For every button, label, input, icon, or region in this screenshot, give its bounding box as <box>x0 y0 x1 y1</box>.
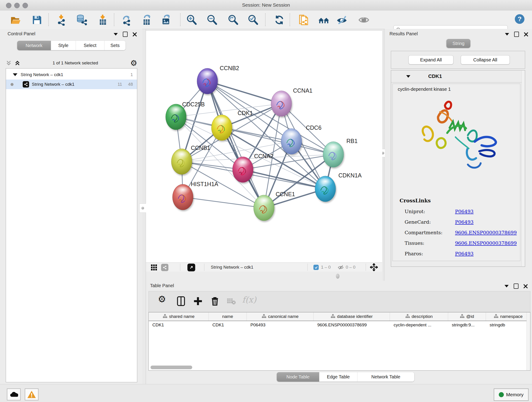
network-node-HIST1H1A[interactable]: HIST1H1A <box>172 181 218 210</box>
cdk1-section-header[interactable]: CDK1 <box>391 70 522 83</box>
column-header--id[interactable]: @id <box>448 313 486 321</box>
network-row[interactable]: String Network – cdk1 11 48 <box>6 80 137 89</box>
network-node-CDC25B[interactable]: CDC25B <box>166 101 205 130</box>
import-network-icon[interactable] <box>56 14 68 26</box>
crosshair-icon[interactable] <box>370 263 378 272</box>
close-panel-icon[interactable] <box>133 32 137 36</box>
network-node-CCNE1[interactable]: CCNE1 <box>254 191 295 221</box>
zoom-in-icon[interactable] <box>186 14 197 26</box>
save-icon[interactable] <box>31 14 43 26</box>
tree-expander-icon[interactable] <box>13 73 17 76</box>
section-expander-icon[interactable] <box>406 75 410 78</box>
node-label: CCNA2 <box>254 153 273 159</box>
copy-network-icon[interactable] <box>298 14 309 26</box>
open-in-new-window-icon[interactable] <box>187 264 195 271</box>
column-header-shared-name[interactable]: shared name <box>149 313 209 321</box>
network-canvas[interactable]: CCNB2CCNA1CDC25BCDK1CDC6RB1CCNB1CCNA2CDK… <box>146 31 382 263</box>
float-panel-icon[interactable] <box>123 32 128 37</box>
export-network-icon[interactable] <box>122 14 133 26</box>
table-cell[interactable]: P06493 <box>247 321 314 329</box>
warning-icon[interactable] <box>25 389 38 400</box>
open-folder-icon[interactable] <box>10 14 21 26</box>
network-collection-row[interactable]: String Network – cdk1 1 <box>6 70 137 80</box>
tab-string[interactable]: String <box>447 39 470 48</box>
tab-node-table[interactable]: Node Table <box>277 372 319 382</box>
crosslink-link[interactable]: 9606.ENSP00000378699 <box>455 240 517 246</box>
network-node-CCNA1[interactable]: CCNA1 <box>271 87 312 116</box>
collapse-all-button[interactable]: Collapse All <box>461 55 510 64</box>
table-cell[interactable]: CDK1 <box>209 321 247 329</box>
table-panel-splitter[interactable] <box>146 272 382 281</box>
table-settings-gear-icon[interactable]: ⚙ <box>158 294 169 306</box>
tab-sets[interactable]: Sets <box>104 41 126 50</box>
hidden-eye-icon[interactable] <box>337 264 344 271</box>
tab-style[interactable]: Style <box>51 41 76 50</box>
network-edge[interactable] <box>207 81 264 208</box>
node-label: CDC25B <box>182 101 205 108</box>
collapse-panel-icon[interactable] <box>114 33 118 36</box>
splitter-handle[interactable] <box>336 274 340 279</box>
network-edge[interactable] <box>207 81 281 104</box>
network-node-CDKN1A[interactable]: CDKN1A <box>315 172 362 202</box>
crosslink-link[interactable]: P06493 <box>455 209 474 214</box>
import-table-icon[interactable] <box>97 14 108 26</box>
float-panel-icon[interactable] <box>514 32 519 37</box>
help-icon[interactable]: ? <box>514 14 526 25</box>
delete-column-icon[interactable] <box>210 296 221 307</box>
network-share-icon[interactable] <box>161 264 168 271</box>
left-splitter-handle[interactable] <box>139 204 146 213</box>
zoom-out-icon[interactable] <box>206 14 218 26</box>
toolbar-separator <box>265 13 266 26</box>
export-image-icon[interactable] <box>161 14 172 26</box>
tab-edge-table[interactable]: Edge Table <box>319 372 357 382</box>
collapse-panel-icon[interactable] <box>505 33 509 36</box>
selected-checkbox-icon[interactable] <box>313 265 319 270</box>
memory-button[interactable]: Memory <box>494 389 529 401</box>
column-header-namespace[interactable]: namespace <box>486 313 530 321</box>
hide-eye-icon[interactable] <box>336 14 348 26</box>
collapse-all-chevron-icon[interactable] <box>14 60 20 66</box>
tab-network[interactable]: Network <box>17 41 51 50</box>
network-node-CCNB1[interactable]: CCNB1 <box>171 145 210 174</box>
table-cell[interactable]: stringdb <box>486 321 530 329</box>
table-cell[interactable]: stringdb:9... <box>448 321 486 329</box>
export-table-icon[interactable] <box>141 14 152 26</box>
create-column-icon[interactable] <box>193 296 204 307</box>
column-header-description[interactable]: description <box>390 313 448 321</box>
crosslink-link[interactable]: 9606.ENSP00000378699 <box>455 230 517 235</box>
table-cell[interactable]: 9606.ENSP00000378699 <box>314 321 390 329</box>
table-cell[interactable]: CDK1 <box>149 321 209 329</box>
network-edge[interactable] <box>183 197 264 208</box>
expand-all-button[interactable]: Expand All <box>409 55 453 64</box>
zoom-selected-icon[interactable] <box>247 14 259 26</box>
table-vertical-scrollbar[interactable] <box>526 313 530 370</box>
column-header-name[interactable]: name <box>209 313 247 321</box>
tab-network-table[interactable]: Network Table <box>357 372 414 382</box>
column-header-database-identifier[interactable]: database identifier <box>314 313 390 321</box>
grid-view-icon[interactable] <box>151 264 157 272</box>
network-node-CCNB2[interactable]: CCNB2 <box>197 65 239 94</box>
table-row[interactable]: CDK1CDK1P064939606.ENSP00000378699cyclin… <box>149 321 530 329</box>
node-table[interactable]: shared namenamecanonical namedatabase id… <box>148 312 530 370</box>
collapse-panel-icon[interactable] <box>505 285 509 287</box>
gray-eye-icon[interactable] <box>358 14 370 26</box>
float-panel-icon[interactable] <box>514 283 519 289</box>
refresh-icon[interactable] <box>273 14 285 26</box>
crosslink-link[interactable]: P06493 <box>455 251 474 256</box>
tab-select[interactable]: Select <box>76 41 104 50</box>
expand-all-chevron-icon[interactable] <box>6 60 12 66</box>
gear-icon[interactable]: ⚙ <box>130 59 137 67</box>
show-columns-icon[interactable] <box>176 296 187 307</box>
table-horizontal-scrollbar[interactable] <box>151 366 192 369</box>
close-panel-icon[interactable] <box>524 32 528 36</box>
zoom-fit-icon[interactable] <box>228 14 239 26</box>
cloud-icon[interactable] <box>7 389 21 400</box>
network-node-RB1[interactable]: RB1 <box>323 138 358 167</box>
column-header-canonical-name[interactable]: canonical name <box>247 313 314 321</box>
table-cell[interactable]: cyclin-dependent ... <box>390 321 448 329</box>
results-scrollbar[interactable] <box>521 70 525 266</box>
crosslink-link[interactable]: P06493 <box>455 219 474 225</box>
import-database-icon[interactable] <box>76 14 87 26</box>
houses-icon[interactable] <box>318 14 329 26</box>
close-panel-icon[interactable] <box>524 284 528 288</box>
